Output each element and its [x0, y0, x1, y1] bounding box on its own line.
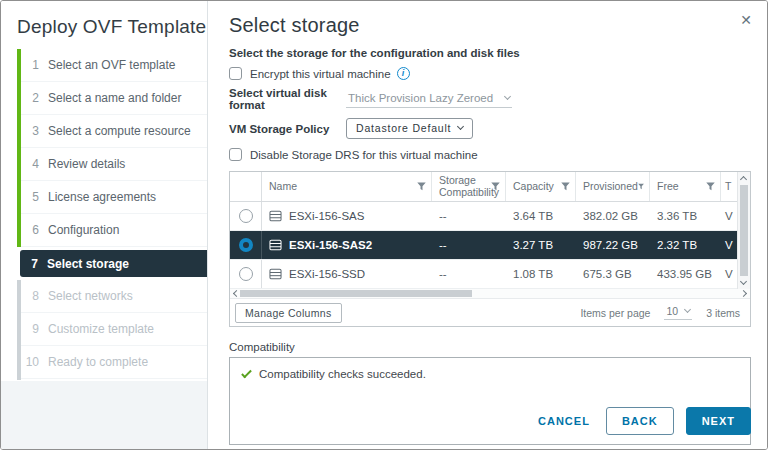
back-button[interactable]: BACK	[606, 407, 674, 435]
step-customize-template: 9 Customize template	[21, 313, 207, 346]
column-header-capacity[interactable]: Capacity	[506, 172, 576, 201]
manage-columns-button[interactable]: Manage Columns	[235, 303, 342, 323]
items-per-page-select[interactable]: 10	[664, 305, 692, 320]
select-storage-panel: ✕ Select storage Select the storage for …	[208, 1, 767, 449]
step-license-agreements[interactable]: 5 License agreements	[21, 181, 207, 214]
cancel-button[interactable]: CANCEL	[534, 408, 594, 434]
filter-icon[interactable]	[706, 182, 715, 191]
cell-free: 2.32 TB	[650, 231, 721, 259]
column-header-free[interactable]: Free	[650, 172, 721, 201]
cell-type-truncated: V	[721, 260, 737, 288]
step-select-an-ovf-template[interactable]: 1 Select an OVF template	[21, 49, 207, 82]
row-radio-selected[interactable]	[239, 238, 253, 252]
step-review-details[interactable]: 4 Review details	[21, 148, 207, 181]
step-label: Ready to complete	[48, 355, 148, 369]
disable-drs-checkbox[interactable]	[229, 148, 242, 161]
step-label: Customize template	[48, 322, 154, 336]
disk-format-select[interactable]: Thick Provision Lazy Zeroed	[346, 91, 512, 108]
datastore-name: ESXi-156-SAS	[289, 210, 364, 222]
success-check-icon	[241, 368, 252, 379]
step-number: 5	[21, 190, 39, 204]
scroll-right-icon[interactable]	[740, 290, 747, 297]
column-header-type-truncated[interactable]: T	[721, 172, 737, 201]
step-number: 7	[20, 257, 38, 271]
step-label: Select a compute resource	[48, 124, 191, 138]
cell-storage-compatibility: --	[432, 202, 506, 230]
filter-icon[interactable]	[638, 182, 644, 191]
storage-policy-label: VM Storage Policy	[229, 123, 346, 135]
items-per-page-label: Items per page	[580, 307, 650, 319]
column-header-name[interactable]: Name	[262, 172, 432, 201]
datastore-name: ESXi-156-SAS2	[289, 239, 372, 251]
step-select-storage-active[interactable]: 7 Select storage	[20, 250, 207, 277]
row-radio[interactable]	[239, 267, 253, 281]
disk-format-row: Select virtual disk format Thick Provisi…	[229, 87, 751, 111]
info-icon[interactable]: i	[397, 67, 410, 80]
scroll-up-icon[interactable]	[740, 176, 747, 183]
column-header-provisioned[interactable]: Provisioned	[576, 172, 650, 201]
step-select-networks: 8 Select networks	[21, 280, 207, 313]
table-row-esxi-156-ssd[interactable]: ESXi-156-SSD -- 1.08 TB 675.3 GB 433.95 …	[230, 260, 750, 289]
chevron-down-icon	[457, 123, 464, 130]
table-footer: Manage Columns Items per page 10 3 items	[230, 299, 750, 326]
cell-type-truncated: V	[721, 231, 737, 259]
horizontal-scrollbar-thumb[interactable]	[240, 290, 472, 297]
step-number: 6	[21, 223, 39, 237]
column-header-storage-compatibility[interactable]: Storage Compatibility	[432, 172, 506, 201]
step-number: 8	[21, 289, 39, 303]
sidebar-footer-area	[1, 381, 207, 449]
items-count: 3 items	[706, 307, 740, 319]
step-number: 9	[21, 322, 39, 336]
step-select-a-name-and-folder[interactable]: 2 Select a name and folder	[21, 82, 207, 115]
filter-icon[interactable]	[561, 182, 570, 191]
datastore-icon	[269, 268, 282, 280]
step-number: 3	[21, 124, 39, 138]
filter-icon[interactable]	[491, 182, 500, 191]
step-label: Select storage	[47, 257, 129, 271]
chevron-down-icon	[504, 92, 511, 99]
wizard-sidebar: Deploy OVF Template 1 Select an OVF temp…	[1, 1, 208, 449]
progress-bar-remaining	[17, 280, 21, 380]
cell-storage-compatibility: --	[432, 260, 506, 288]
horizontal-scrollbar[interactable]	[230, 289, 750, 299]
step-configuration[interactable]: 6 Configuration	[21, 214, 207, 247]
datastore-icon	[269, 239, 282, 251]
vertical-scrollbar-thumb[interactable]	[740, 185, 748, 276]
cell-capacity: 3.64 TB	[506, 202, 576, 230]
next-button[interactable]: NEXT	[686, 407, 751, 435]
filter-icon[interactable]	[417, 182, 426, 191]
scroll-left-icon[interactable]	[233, 290, 240, 297]
step-label: Review details	[48, 157, 125, 171]
encrypt-vm-label: Encrypt this virtual machine	[250, 68, 391, 80]
step-label: Configuration	[48, 223, 119, 237]
page-subtitle: Select the storage for the configuration…	[229, 47, 751, 59]
encrypt-vm-checkbox[interactable]	[229, 67, 242, 80]
compatibility-label: Compatibility	[229, 341, 751, 353]
cell-capacity: 3.27 TB	[506, 231, 576, 259]
row-radio[interactable]	[239, 209, 253, 223]
step-number: 10	[21, 355, 39, 369]
vertical-scrollbar[interactable]	[737, 172, 750, 289]
datastore-name: ESXi-156-SSD	[289, 268, 365, 280]
step-number: 2	[21, 91, 39, 105]
action-buttons: CANCEL BACK NEXT	[534, 407, 751, 435]
wizard-step-list: 1 Select an OVF template 2 Select a name…	[1, 49, 207, 379]
scroll-down-icon[interactable]	[740, 278, 747, 285]
cell-type-truncated: V	[721, 202, 737, 230]
table-row-esxi-156-sas[interactable]: ESXi-156-SAS -- 3.64 TB 382.02 GB 3.36 T…	[230, 202, 750, 231]
step-number: 4	[21, 157, 39, 171]
chevron-down-icon	[684, 306, 691, 313]
disable-drs-row: Disable Storage DRS for this virtual mac…	[229, 148, 751, 161]
compatibility-message: Compatibility checks succeeded.	[259, 368, 426, 380]
step-number: 1	[21, 58, 39, 72]
datastore-icon	[269, 210, 282, 222]
encrypt-vm-row: Encrypt this virtual machine i	[229, 67, 751, 80]
step-label: Select an OVF template	[48, 58, 175, 72]
cell-free: 433.95 GB	[650, 260, 721, 288]
vm-storage-policy-dropdown[interactable]: Datastore Default	[346, 118, 473, 139]
table-row-esxi-156-sas2-selected[interactable]: ESXi-156-SAS2 -- 3.27 TB 987.22 GB 2.32 …	[230, 231, 750, 260]
step-select-a-compute-resource[interactable]: 3 Select a compute resource	[21, 115, 207, 148]
close-icon[interactable]: ✕	[740, 13, 752, 27]
step-label: License agreements	[48, 190, 156, 204]
wizard-title: Deploy OVF Template	[1, 1, 207, 38]
